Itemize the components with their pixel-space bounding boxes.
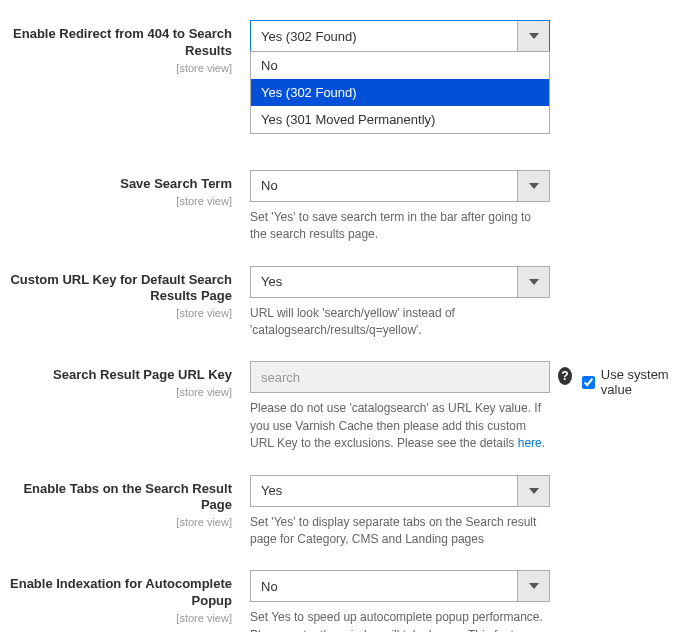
field-row-enable-indexation: Enable Indexation for Autocomplete Popup… [10, 570, 675, 632]
field-row-enable-tabs: Enable Tabs on the Search Result Page [s… [10, 475, 675, 549]
dropdown-option-302[interactable]: Yes (302 Found) [251, 79, 549, 106]
field-label: Custom URL Key for Default Search Result… [10, 272, 232, 306]
field-col: No Set 'Yes' to save search term in the … [250, 170, 550, 244]
scope-label: [store view] [10, 516, 232, 528]
field-col: Yes URL will look 'search/yellow' instea… [250, 266, 550, 340]
field-label: Search Result Page URL Key [10, 367, 232, 384]
chevron-down-icon [517, 21, 549, 51]
field-label: Enable Redirect from 404 to Search Resul… [10, 26, 232, 60]
field-col: Please do not use 'catalogsearch' as URL… [250, 361, 550, 452]
scope-label: [store view] [10, 386, 232, 398]
select-wrap: Yes (302 Found) No Yes (302 Found) Yes (… [250, 20, 550, 52]
redirect-404-select[interactable]: Yes (302 Found) [250, 20, 550, 52]
label-col: Enable Tabs on the Search Result Page [s… [10, 475, 250, 529]
chevron-down-icon [517, 267, 549, 297]
help-icon[interactable]: ? [558, 367, 572, 385]
chevron-down-icon [517, 476, 549, 506]
select-value: Yes [261, 274, 282, 289]
enable-indexation-select[interactable]: No [250, 570, 550, 602]
field-row-redirect-404: Enable Redirect from 404 to Search Resul… [10, 20, 675, 74]
scope-label: [store view] [10, 62, 232, 74]
field-row-url-key: Search Result Page URL Key [store view] … [10, 361, 675, 452]
field-label: Enable Tabs on the Search Result Page [10, 481, 232, 515]
dropdown-option-301[interactable]: Yes (301 Moved Permanently) [251, 106, 549, 133]
field-col: Yes Set 'Yes' to display separate tabs o… [250, 475, 550, 549]
label-col: Enable Indexation for Autocomplete Popup… [10, 570, 250, 624]
helper-text: Please do not use 'catalogsearch' as URL… [250, 400, 550, 452]
select-value: Yes (302 Found) [261, 29, 357, 44]
label-col: Enable Redirect from 404 to Search Resul… [10, 20, 250, 74]
use-system-checkbox-input[interactable] [582, 376, 595, 389]
extra-col: ? Use system value [550, 361, 675, 397]
field-row-save-term: Save Search Term [store view] No Set 'Ye… [10, 170, 675, 244]
helper-text: Set 'Yes' to save search term in the bar… [250, 209, 550, 244]
chevron-down-icon [517, 171, 549, 201]
helper-pre: Please do not use 'catalogsearch' as URL… [250, 401, 541, 450]
label-col: Save Search Term [store view] [10, 170, 250, 207]
dropdown-option-no[interactable]: No [251, 52, 549, 79]
use-system-checkbox[interactable]: Use system value [582, 367, 675, 397]
custom-url-key-select[interactable]: Yes [250, 266, 550, 298]
field-label: Enable Indexation for Autocomplete Popup [10, 576, 232, 610]
save-term-select[interactable]: No [250, 170, 550, 202]
helper-text: Set 'Yes' to display separate tabs on th… [250, 514, 550, 549]
label-col: Custom URL Key for Default Search Result… [10, 266, 250, 320]
use-system-label: Use system value [601, 367, 675, 397]
redirect-404-dropdown: No Yes (302 Found) Yes (301 Moved Perman… [250, 51, 550, 134]
scope-label: [store view] [10, 195, 232, 207]
scope-label: [store view] [10, 612, 232, 624]
label-col: Search Result Page URL Key [store view] [10, 361, 250, 398]
helper-text: URL will look 'search/yellow' instead of… [250, 305, 550, 340]
field-col: Yes (302 Found) No Yes (302 Found) Yes (… [250, 20, 550, 52]
url-key-input[interactable] [250, 361, 550, 393]
helper-text: Set Yes to speed up autocomplete popup p… [250, 609, 550, 632]
select-value: No [261, 178, 278, 193]
select-value: Yes [261, 483, 282, 498]
field-label: Save Search Term [10, 176, 232, 193]
chevron-down-icon [517, 571, 549, 601]
field-row-custom-url-key: Custom URL Key for Default Search Result… [10, 266, 675, 340]
helper-here-link[interactable]: here [518, 436, 542, 450]
select-value: No [261, 579, 278, 594]
enable-tabs-select[interactable]: Yes [250, 475, 550, 507]
scope-label: [store view] [10, 307, 232, 319]
field-col: No Set Yes to speed up autocomplete popu… [250, 570, 550, 632]
helper-post: . [542, 436, 545, 450]
